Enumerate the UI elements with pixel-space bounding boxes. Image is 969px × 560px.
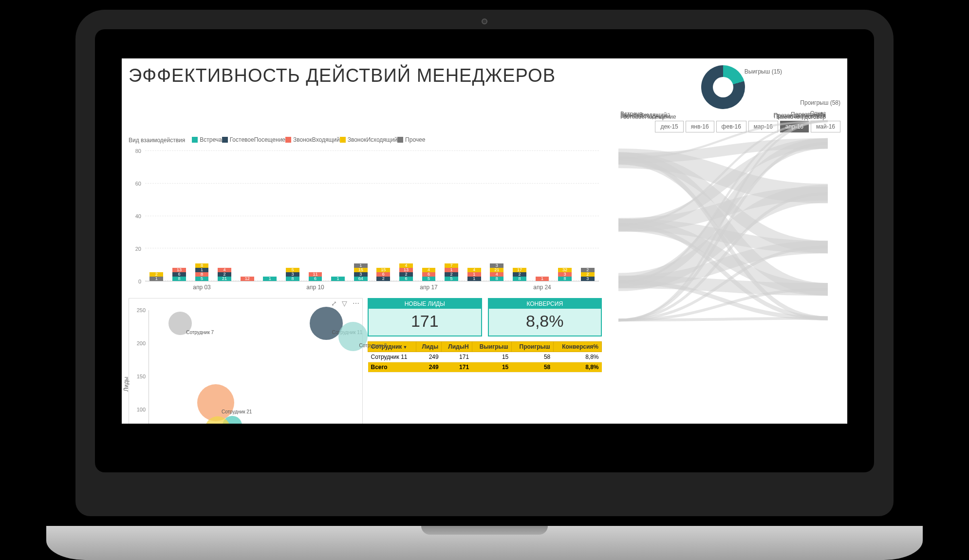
table-header[interactable]: Лиды	[416, 342, 442, 352]
y-tick-label: 40	[135, 213, 141, 219]
more-icon[interactable]: ⋯	[353, 299, 360, 307]
bar-column[interactable]: 564	[422, 268, 436, 281]
table-cell: 171	[442, 362, 472, 373]
x-tick-label: апр 17	[420, 284, 438, 291]
bar-column[interactable]: 835	[286, 268, 299, 281]
webcam-icon	[482, 19, 487, 24]
kpi-leads-title: НОВЫЕ ЛИДЫ	[369, 299, 481, 309]
bar-segment: 1	[536, 277, 549, 281]
bar-segment: 8	[195, 272, 209, 277]
table-cell: 8,8%	[553, 362, 601, 373]
bar-segment: 2	[149, 272, 163, 277]
bar-segment: 32	[558, 268, 572, 272]
bubble-point[interactable]	[197, 384, 234, 421]
filter-icon[interactable]: ▽	[342, 299, 350, 307]
legend-item[interactable]: ГостевоеПосещение	[222, 136, 285, 143]
bar-segment: 21	[218, 277, 231, 281]
bar-segment: 64	[354, 277, 368, 281]
y-tick-label: 80	[135, 148, 141, 154]
bar-segment: 6	[422, 272, 436, 277]
bar-column[interactable]: 611	[309, 272, 322, 281]
bar-column[interactable]: 322	[581, 268, 595, 281]
legend-item[interactable]: Встреча	[192, 136, 222, 143]
bar-segment: 2	[218, 272, 231, 277]
table-header[interactable]: Конверсия%	[553, 342, 601, 352]
donut-win-label: Выигрыш (15)	[745, 68, 782, 75]
bar-column[interactable]: 12	[241, 277, 254, 281]
bar-segment: 13	[399, 268, 413, 272]
table-cell: Сотрудник 11	[368, 352, 416, 362]
table-cell: 58	[511, 352, 553, 362]
table-header[interactable]: Выигрыш	[472, 342, 511, 352]
bar-segment: 1	[467, 277, 481, 281]
donut-chart	[701, 65, 745, 109]
bar-segment: 3	[581, 277, 595, 281]
bar-segment: 8	[195, 263, 209, 268]
sankey-chart[interactable]: ВстречаЗвонокВходящийЗвонокИсходящийГост…	[606, 113, 840, 117]
bar-column[interactable]: 5217	[445, 263, 458, 281]
bar-segment: 2	[581, 268, 595, 272]
table-row[interactable]: Сотрудник 1124917115588,8%	[368, 352, 602, 362]
bar-segment: 6	[399, 277, 413, 281]
bar-column[interactable]: 8332	[558, 268, 572, 281]
legend-title: Вид взаимодействия	[129, 137, 185, 144]
table-row[interactable]: Всего24917115588,8%	[368, 362, 602, 373]
win-loss-donut[interactable]: Выигрыш (15) Проигрыш (58)	[606, 65, 840, 109]
sankey-label: Заключен договор	[776, 113, 826, 120]
bar-segment: 1	[195, 268, 209, 272]
bubble-chart[interactable]: ⤢ ▽ ⋯ Лиды 050100150200250 Сотрудник 7Со…	[129, 298, 363, 424]
stacked-bar-chart[interactable]: 020406080 128613581821241218356111643151…	[129, 148, 602, 294]
bar-segment: 8	[490, 277, 503, 281]
bar-column[interactable]: 1	[263, 277, 277, 281]
y-tick-label: 0	[138, 279, 141, 284]
bar-segment: 4	[422, 268, 436, 272]
bar-segment: 4	[490, 272, 503, 277]
bar-column[interactable]: 8613	[172, 268, 186, 281]
bar-segment: 15	[376, 268, 390, 272]
bar-column[interactable]: 1	[331, 277, 345, 281]
bar-column[interactable]: 114	[467, 268, 481, 281]
scatter-y-tick: 100	[137, 407, 146, 412]
kpi-new-leads[interactable]: НОВЫЕ ЛИДЫ 171	[368, 298, 482, 336]
bar-segment: 8	[513, 277, 526, 281]
focus-icon[interactable]: ⤢	[331, 299, 339, 307]
bar-segment: 1	[467, 272, 481, 277]
legend-item[interactable]: ЗвонокИсходящий	[340, 136, 397, 143]
bar-column[interactable]: 62134	[399, 263, 413, 281]
bar-segment: 8	[558, 277, 572, 281]
bar-column[interactable]: 2124	[218, 268, 231, 281]
bar-segment: 2	[581, 272, 595, 277]
bar-segment: 13	[172, 268, 186, 272]
table-header[interactable]: ЛидыН	[442, 342, 472, 352]
bar-column[interactable]: 5818	[195, 263, 209, 281]
legend-item[interactable]: ЗвонокВходящий	[285, 136, 340, 143]
laptop-base	[46, 526, 923, 560]
kpi-conversion[interactable]: КОНВЕРСИЯ 8,8%	[488, 298, 602, 336]
table-cell: 8,8%	[553, 352, 601, 362]
y-tick-label: 20	[135, 246, 141, 252]
bar-segment: 5	[286, 268, 299, 272]
bar-segment: 4	[399, 263, 413, 268]
table-cell: 249	[416, 352, 442, 362]
kpi-conv-value: 8,8%	[491, 312, 599, 331]
bar-segment: 1	[445, 268, 458, 272]
x-tick-label: апр 24	[533, 284, 551, 291]
bubble-label: Сотрудник 21	[222, 409, 252, 414]
employee-table[interactable]: Сотрудник▼ЛидыЛидыНВыигрышПроигрышКонвер…	[368, 341, 602, 373]
bar-column[interactable]: 12	[149, 272, 163, 281]
bar-segment: 1	[149, 277, 163, 281]
x-tick-label: апр 03	[193, 284, 211, 291]
table-header[interactable]: Проигрыш	[511, 342, 553, 352]
bar-column[interactable]: 2615	[376, 268, 390, 281]
laptop-frame: ЭФФЕКТИВНОСТЬ ДЕЙСТВИЙ МЕНЕДЖЕРОВ дек-15…	[75, 10, 894, 516]
bar-segment: 1	[263, 277, 277, 281]
bar-segment: 21	[490, 268, 503, 272]
bar-column[interactable]: 1	[536, 277, 549, 281]
bar-column[interactable]: 8217	[513, 268, 526, 281]
bar-column[interactable]: 84213	[490, 263, 503, 281]
bubble-label: Сотрудник 8	[359, 343, 387, 348]
bar-segment: 3	[490, 263, 503, 268]
table-cell: 15	[472, 352, 511, 362]
bar-column[interactable]: 643151	[354, 263, 368, 281]
legend-item[interactable]: Прочее	[397, 136, 425, 143]
